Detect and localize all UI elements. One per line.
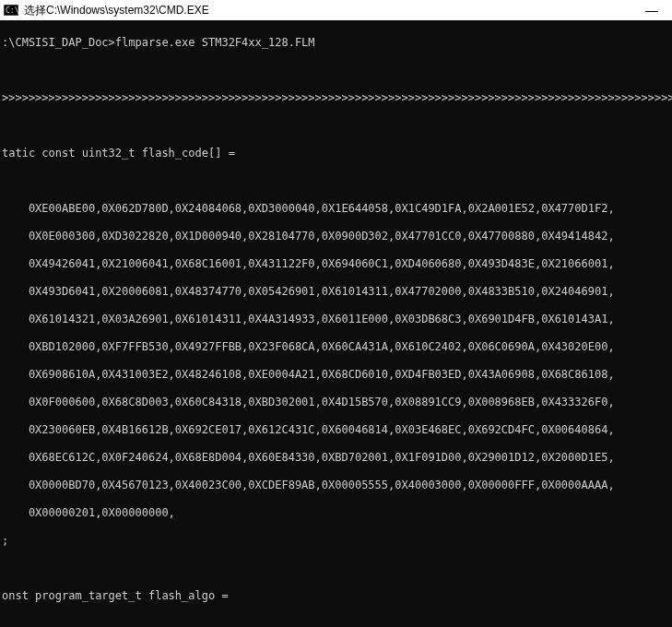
blank — [2, 617, 670, 627]
decl-flash-algo: onst program_target_t flash_algo = — [2, 589, 670, 603]
hex-row: 0X0000BD70,0X45670123,0X40023C00,0XCDEF8… — [2, 479, 670, 492]
hex-row: 0X49426041,0X21006041,0X68C16001,0X43112… — [2, 257, 670, 271]
terminal-output[interactable]: :\CMSISI_DAP_Doc>flmparse.exe STM32F4xx_… — [0, 20, 672, 627]
hex-row: 0XBD102000,0XF7FFB530,0X4927FFBB,0X23F06… — [2, 340, 670, 354]
hex-row: 0X6908610A,0X431003E2,0X48246108,0XE0004… — [2, 368, 670, 382]
blank — [2, 562, 670, 575]
separator-gt: >>>>>>>>>>>>>>>>>>>>>>>>>>>>>>>>>>>>>>>>… — [2, 91, 670, 105]
hex-row: 0X0E000300,0XD3022820,0X1D000940,0X28104… — [2, 230, 670, 243]
cmd-icon: C:\ — [4, 4, 18, 17]
hex-row: 0X68EC612C,0X0F240624,0X68E8D004,0X60E84… — [2, 451, 670, 465]
decl-flash-code: tatic const uint32_t flash_code[] = — [2, 147, 670, 160]
minimize-button[interactable]: — — [635, 3, 668, 18]
blank — [2, 64, 670, 77]
prompt-line: :\CMSISI_DAP_Doc>flmparse.exe STM32F4xx_… — [2, 36, 670, 50]
blank — [2, 119, 670, 133]
hex-row: 0X0F000600,0X68C8D003,0X60C84318,0XBD302… — [2, 396, 670, 409]
hex-row: 0XE00ABE00,0X062D780D,0X24084068,0XD3000… — [2, 202, 670, 216]
window-titlebar: C:\ 选择C:\Windows\system32\CMD.EXE — — [0, 0, 672, 20]
window-title: 选择C:\Windows\system32\CMD.EXE — [24, 3, 635, 18]
semicolon: ; — [2, 534, 670, 548]
hex-row: 0X00000201,0X00000000, — [2, 506, 670, 520]
blank — [2, 174, 670, 188]
hex-row: 0X61014321,0X03A26901,0X61014311,0X4A314… — [2, 313, 670, 326]
svg-text:C:\: C:\ — [6, 6, 18, 15]
hex-row: 0X493D6041,0X20006081,0X48374770,0X05426… — [2, 285, 670, 299]
hex-row: 0X230060EB,0X4B16612B,0X692CE017,0X612C4… — [2, 423, 670, 437]
